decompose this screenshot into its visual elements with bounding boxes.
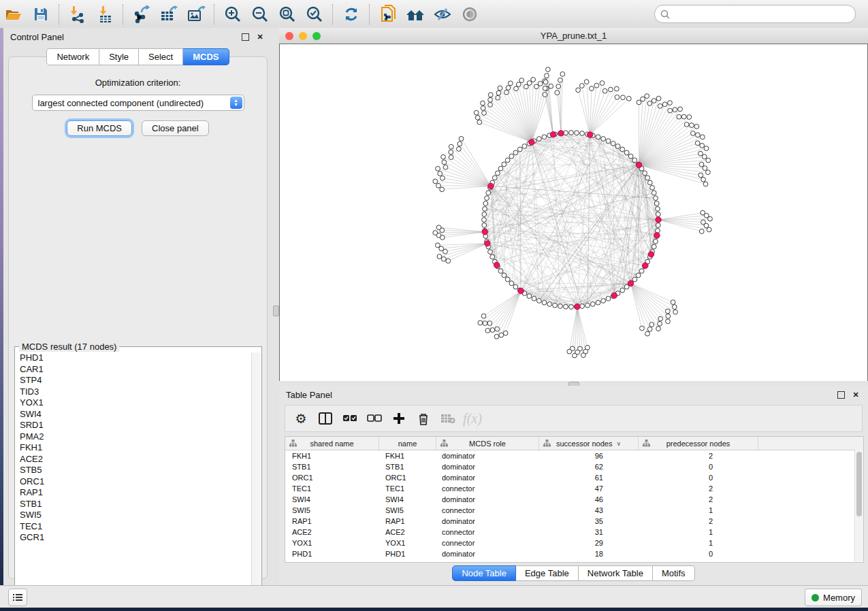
- ring-node[interactable]: [502, 162, 507, 167]
- select-all-rows-icon[interactable]: [340, 409, 360, 428]
- mcds-dominator-node[interactable]: [636, 162, 641, 167]
- mcds-dominator-node[interactable]: [628, 280, 633, 286]
- leaf-node[interactable]: [602, 88, 607, 93]
- leaf-node[interactable]: [485, 328, 490, 333]
- network-canvas[interactable]: [279, 44, 868, 382]
- table-row[interactable]: YOX1YOX1connector291: [285, 538, 863, 548]
- mcds-result-item[interactable]: GCR1: [16, 532, 251, 544]
- ring-node[interactable]: [580, 304, 585, 309]
- leaf-node[interactable]: [702, 154, 707, 159]
- mcds-dominator-node[interactable]: [648, 252, 654, 257]
- leaf-node[interactable]: [668, 108, 673, 113]
- ring-node[interactable]: [483, 207, 487, 212]
- control-panel-close-button[interactable]: ✕: [255, 31, 266, 42]
- leaf-node[interactable]: [496, 95, 500, 100]
- ring-node[interactable]: [522, 144, 527, 149]
- panel-menu-button[interactable]: [8, 589, 27, 606]
- ring-node[interactable]: [513, 150, 518, 155]
- table-row[interactable]: SWI5SWI5connector431: [285, 505, 863, 516]
- leaf-node[interactable]: [576, 88, 581, 93]
- zoom-out-icon[interactable]: [248, 4, 272, 24]
- new-network-from-selection-icon[interactable]: [376, 4, 400, 24]
- leaf-node[interactable]: [543, 80, 548, 84]
- refresh-layout-icon[interactable]: [340, 4, 363, 24]
- horizontal-splitter[interactable]: [279, 381, 868, 386]
- leaf-node[interactable]: [687, 115, 692, 120]
- leaf-node[interactable]: [672, 305, 677, 310]
- leaf-node[interactable]: [441, 154, 446, 159]
- tab-style[interactable]: Style: [99, 48, 139, 65]
- leaf-node[interactable]: [573, 353, 577, 358]
- ring-node[interactable]: [558, 304, 563, 309]
- run-mcds-button[interactable]: Run MCDS: [67, 120, 132, 136]
- ring-node[interactable]: [620, 288, 625, 293]
- leaf-node[interactable]: [531, 78, 536, 82]
- mcds-dominator-node[interactable]: [529, 139, 534, 145]
- ring-node[interactable]: [620, 147, 625, 152]
- ring-node[interactable]: [505, 158, 510, 163]
- ring-node[interactable]: [628, 154, 633, 159]
- leaf-node[interactable]: [594, 83, 599, 88]
- cybrowser-home-icon[interactable]: [404, 4, 427, 24]
- ring-node[interactable]: [485, 196, 489, 201]
- leaf-node[interactable]: [701, 177, 706, 182]
- mcds-dominator-node[interactable]: [485, 241, 490, 246]
- leaf-node[interactable]: [590, 86, 594, 91]
- leaf-node[interactable]: [457, 147, 462, 152]
- leaf-node[interactable]: [558, 78, 563, 82]
- open-session-icon[interactable]: [2, 4, 25, 24]
- leaf-node[interactable]: [621, 95, 626, 100]
- ring-node[interactable]: [482, 212, 487, 217]
- export-image-icon[interactable]: [184, 4, 208, 24]
- leaf-node[interactable]: [690, 131, 695, 136]
- ring-node[interactable]: [596, 135, 600, 139]
- leaf-node[interactable]: [707, 227, 711, 232]
- mcds-dominator-node[interactable]: [656, 217, 661, 222]
- ring-node[interactable]: [643, 171, 647, 176]
- leaf-node[interactable]: [488, 97, 493, 102]
- leaf-node[interactable]: [695, 133, 700, 137]
- mcds-result-item[interactable]: TEC1: [16, 521, 251, 533]
- column-header-MCDS-role[interactable]: MCDS role: [436, 437, 539, 450]
- leaf-node[interactable]: [482, 111, 487, 116]
- leaf-node[interactable]: [695, 141, 700, 146]
- leaf-node[interactable]: [656, 327, 661, 331]
- ring-node[interactable]: [547, 302, 552, 307]
- leaf-node[interactable]: [487, 321, 492, 326]
- leaf-node[interactable]: [560, 72, 565, 77]
- leaf-node[interactable]: [699, 162, 704, 167]
- search-input[interactable]: [673, 9, 850, 20]
- table-row[interactable]: FKH1FKH1dominator962: [285, 450, 863, 461]
- ring-node[interactable]: [652, 191, 656, 195]
- leaf-node[interactable]: [567, 349, 572, 354]
- leaf-node[interactable]: [641, 97, 645, 101]
- leaf-node[interactable]: [436, 166, 440, 171]
- ring-node[interactable]: [564, 304, 568, 309]
- leaf-node[interactable]: [706, 170, 711, 175]
- leaf-node[interactable]: [538, 81, 543, 86]
- ring-node[interactable]: [656, 223, 660, 228]
- control-panel-float-button[interactable]: [240, 31, 251, 42]
- leaf-node[interactable]: [700, 135, 705, 139]
- leaf-node[interactable]: [545, 73, 549, 78]
- mcds-result-item[interactable]: PMA2: [16, 431, 251, 443]
- leaf-node[interactable]: [652, 99, 656, 103]
- mcds-result-item[interactable]: SRD1: [16, 420, 251, 431]
- memory-button[interactable]: Memory: [805, 589, 862, 606]
- leaf-node[interactable]: [503, 331, 508, 335]
- ring-node[interactable]: [490, 254, 495, 259]
- ring-node[interactable]: [636, 273, 641, 278]
- leaf-node[interactable]: [658, 321, 662, 326]
- ring-node[interactable]: [650, 185, 655, 190]
- leaf-node[interactable]: [706, 158, 711, 163]
- mcds-dominator-node[interactable]: [654, 233, 660, 238]
- leaf-node[interactable]: [708, 216, 713, 221]
- leaf-node[interactable]: [549, 84, 553, 88]
- leaf-node[interactable]: [481, 106, 485, 111]
- leaf-node[interactable]: [678, 107, 683, 112]
- table-panel-close-button[interactable]: ✕: [850, 389, 861, 400]
- leaf-node[interactable]: [704, 146, 709, 151]
- mcds-result-item[interactable]: PHD1: [16, 352, 251, 364]
- ring-node[interactable]: [596, 300, 600, 305]
- leaf-node[interactable]: [498, 86, 502, 90]
